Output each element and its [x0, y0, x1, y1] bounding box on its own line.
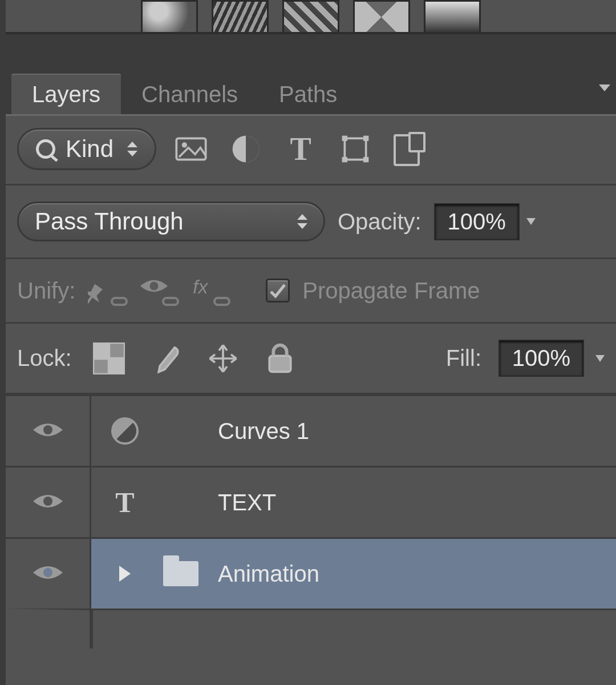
- tab-channels[interactable]: Channels: [121, 74, 258, 114]
- propagate-frame-checkbox[interactable]: [266, 279, 290, 303]
- filter-pixel-icon[interactable]: [171, 132, 211, 166]
- panel-gap: [6, 34, 616, 68]
- layer-content[interactable]: Animation: [91, 539, 616, 609]
- panel-menu-icon[interactable]: [599, 84, 610, 91]
- panel-tabs: Layers Channels Paths: [6, 68, 616, 114]
- stepper-icon: [127, 142, 137, 156]
- unify-style-icon[interactable]: fx: [191, 276, 229, 305]
- layer-row[interactable]: Curves 1: [6, 394, 616, 466]
- eye-icon: [32, 490, 64, 515]
- unify-visibility-icon[interactable]: [139, 276, 178, 305]
- svg-rect-3: [345, 138, 366, 159]
- svg-rect-5: [363, 136, 368, 141]
- fill-input[interactable]: 100%: [499, 340, 584, 377]
- preset-swatch[interactable]: [212, 0, 269, 34]
- preset-swatch[interactable]: [424, 0, 481, 34]
- svg-point-8: [150, 282, 159, 291]
- lock-position-icon[interactable]: [203, 341, 243, 376]
- filter-kind-dropdown[interactable]: Kind: [17, 128, 156, 170]
- svg-point-15: [43, 497, 52, 506]
- lock-row: Lock: Fill: 100%: [6, 324, 616, 394]
- lock-transparency-icon[interactable]: [89, 341, 129, 376]
- svg-point-14: [43, 425, 52, 434]
- svg-rect-11: [93, 342, 109, 358]
- filter-shape-icon[interactable]: [335, 132, 375, 166]
- propagate-frame-label: Propagate Frame: [302, 278, 480, 304]
- filter-kind-label: Kind: [66, 135, 114, 163]
- search-icon: [36, 139, 55, 159]
- svg-rect-12: [109, 358, 125, 374]
- svg-rect-7: [363, 157, 368, 162]
- layer-name: Animation: [218, 561, 319, 587]
- layer-content[interactable]: Curves 1: [91, 396, 616, 466]
- svg-rect-13: [269, 356, 290, 372]
- lock-label: Lock:: [17, 345, 72, 371]
- stepper-icon: [297, 214, 307, 229]
- opacity-label: Opacity:: [338, 209, 422, 235]
- layer-row[interactable]: Animation: [6, 537, 616, 609]
- unify-label: Unify:: [17, 278, 75, 304]
- visibility-toggle[interactable]: [6, 396, 91, 466]
- tab-layers[interactable]: Layers: [11, 74, 121, 114]
- filter-smartobject-icon[interactable]: [390, 132, 430, 166]
- svg-point-16: [43, 568, 52, 577]
- filter-adjustment-icon[interactable]: [226, 132, 266, 166]
- preset-swatch[interactable]: [141, 0, 198, 34]
- fill-dropdown-icon[interactable]: [595, 355, 605, 362]
- layer-list: Curves 1 T TEXT: [6, 394, 616, 685]
- lock-all-icon[interactable]: [260, 341, 300, 376]
- layer-row[interactable]: T TEXT: [6, 466, 616, 537]
- unify-position-icon[interactable]: [88, 276, 127, 305]
- preset-swatch[interactable]: [282, 0, 339, 34]
- adjustment-layer-icon: [106, 417, 144, 445]
- visibility-toggle[interactable]: [6, 539, 91, 609]
- panel-body: Kind T Pass Through Opacity: 100%: [6, 114, 616, 685]
- disclosure-triangle-icon[interactable]: [106, 566, 144, 582]
- layer-name: TEXT: [218, 490, 276, 515]
- opacity-dropdown-icon[interactable]: [526, 218, 536, 225]
- blend-row: Pass Through Opacity: 100%: [6, 186, 616, 259]
- filter-row: Kind T: [6, 114, 616, 186]
- filter-type-icon[interactable]: T: [281, 131, 321, 167]
- type-layer-icon: T: [106, 486, 144, 519]
- layer-list-empty: [6, 609, 616, 648]
- layer-name: Curves 1: [218, 418, 309, 444]
- eye-icon: [32, 418, 64, 444]
- folder-icon: [162, 561, 200, 586]
- blend-mode-dropdown[interactable]: Pass Through: [17, 202, 325, 241]
- blend-mode-value: Pass Through: [35, 208, 184, 235]
- fill-label: Fill:: [446, 345, 481, 371]
- eye-icon: [32, 561, 64, 586]
- unify-row: Unify: fx Propagate Frame: [6, 259, 616, 324]
- layer-content[interactable]: T TEXT: [91, 468, 616, 537]
- svg-rect-6: [342, 157, 347, 162]
- tab-paths[interactable]: Paths: [258, 74, 358, 114]
- lock-pixels-icon[interactable]: [146, 341, 186, 376]
- visibility-toggle[interactable]: [6, 468, 91, 537]
- preset-swatch[interactable]: [353, 0, 410, 34]
- svg-rect-4: [342, 136, 347, 141]
- layers-panel: Layers Channels Paths Kind T: [0, 0, 616, 685]
- preset-strip: [6, 0, 616, 34]
- svg-text:fx: fx: [193, 276, 208, 297]
- opacity-input[interactable]: 100%: [434, 203, 520, 240]
- svg-point-1: [182, 142, 187, 147]
